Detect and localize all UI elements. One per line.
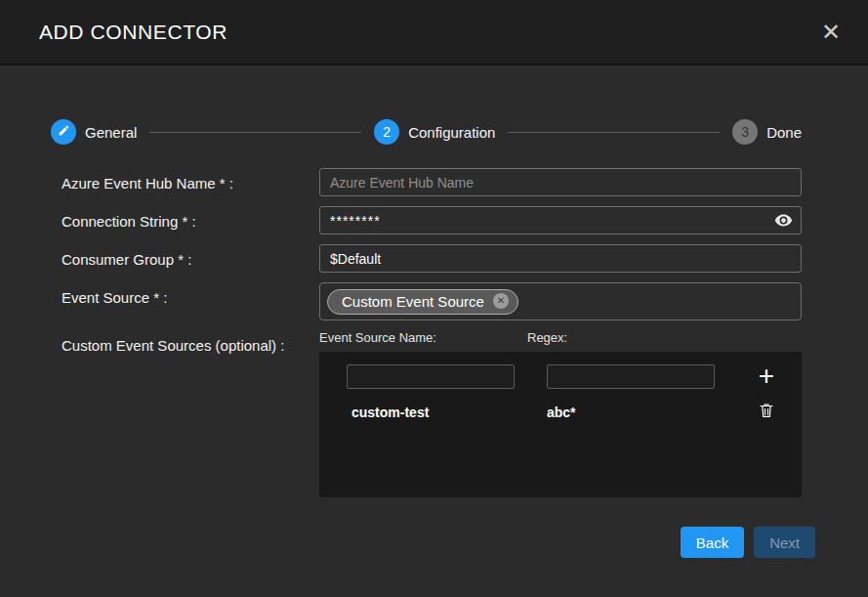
event-source-chip-label: Custom Event Source — [342, 293, 484, 310]
chip-remove-icon[interactable]: ✕ — [493, 293, 509, 309]
form-row-connection-string: Connection String * : — [62, 206, 802, 235]
custom-sources-label: Custom Event Sources (optional) : — [62, 330, 319, 497]
step-general[interactable]: General — [51, 119, 137, 145]
custom-source-row: custom-test abc* — [335, 402, 786, 422]
custom-source-name: custom-test — [335, 405, 515, 420]
hub-name-input[interactable] — [319, 168, 802, 196]
dialog-footer: Back Next — [0, 507, 868, 558]
eye-icon — [774, 218, 793, 233]
custom-sources-headers: Event Source Name: Regex: — [319, 330, 802, 345]
new-source-name-input[interactable] — [347, 364, 515, 389]
new-source-regex-input[interactable] — [547, 364, 715, 389]
step-done: 3 Done — [732, 119, 802, 145]
custom-sources-panel: + custom-test abc* — [319, 352, 802, 497]
configuration-form: Azure Event Hub Name * : Connection Stri… — [0, 168, 868, 507]
connection-string-label: Connection String * : — [62, 206, 319, 235]
trash-icon — [758, 402, 775, 422]
consumer-group-input[interactable] — [319, 244, 802, 273]
add-connector-dialog: ADD CONNECTOR ✕ General 2 Configuration … — [0, 0, 868, 597]
form-row-event-source: Event Source * : Custom Event Source ✕ — [62, 282, 802, 320]
next-button[interactable]: Next — [754, 527, 815, 558]
consumer-group-label: Consumer Group * : — [62, 244, 319, 273]
event-source-select[interactable]: Custom Event Source ✕ — [319, 282, 802, 320]
step-configuration-circle: 2 — [374, 119, 399, 145]
form-row-hub-name: Azure Event Hub Name * : — [62, 168, 802, 196]
step-done-label: Done — [766, 124, 802, 141]
connection-string-input[interactable] — [319, 206, 802, 235]
event-source-chip: Custom Event Source ✕ — [327, 289, 518, 315]
dialog-header: ADD CONNECTOR ✕ — [0, 0, 868, 65]
stepper-divider — [508, 132, 720, 133]
source-name-column-header: Event Source Name: — [319, 330, 527, 345]
step-general-circle — [51, 119, 76, 145]
toggle-visibility-button[interactable] — [774, 211, 793, 233]
form-row-custom-sources: Custom Event Sources (optional) : Event … — [62, 330, 802, 497]
step-general-label: General — [85, 124, 137, 141]
step-configuration[interactable]: 2 Configuration — [374, 119, 495, 145]
delete-source-button[interactable] — [758, 402, 775, 422]
pencil-icon — [58, 124, 70, 140]
wizard-stepper: General 2 Configuration 3 Done — [51, 119, 802, 145]
back-button[interactable]: Back — [681, 527, 744, 558]
step-configuration-label: Configuration — [408, 124, 495, 141]
stepper-divider — [149, 132, 361, 133]
step-done-circle: 3 — [732, 119, 758, 145]
new-source-row: + — [335, 364, 786, 389]
close-icon[interactable]: ✕ — [821, 21, 841, 44]
hub-name-label: Azure Event Hub Name * : — [62, 168, 319, 196]
dialog-title: ADD CONNECTOR — [39, 21, 227, 44]
regex-column-header: Regex: — [527, 330, 802, 345]
custom-source-regex: abc* — [547, 405, 715, 420]
form-row-consumer-group: Consumer Group * : — [62, 244, 802, 273]
add-source-button[interactable]: + — [759, 365, 774, 387]
event-source-label: Event Source * : — [62, 282, 319, 320]
